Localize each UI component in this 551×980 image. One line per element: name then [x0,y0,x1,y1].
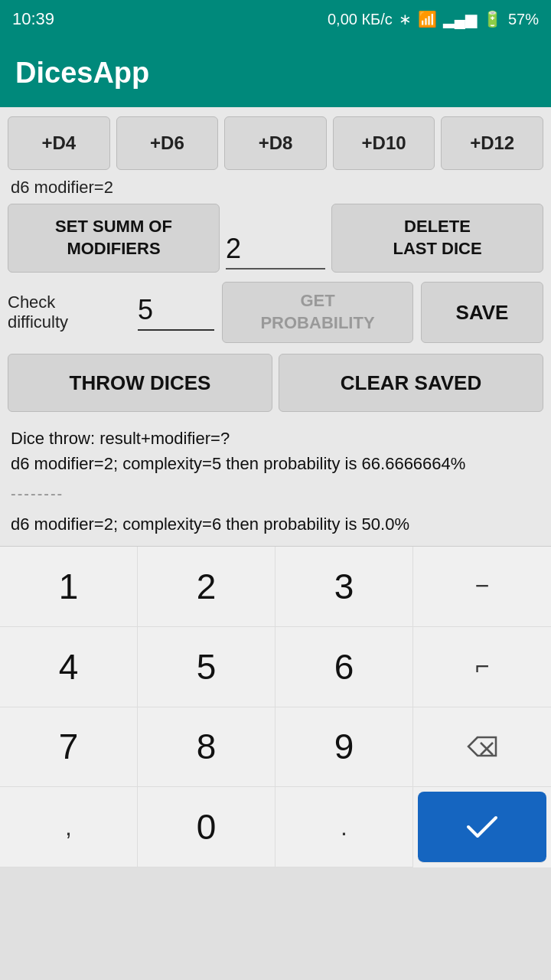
main-content: +D4 +D6 +D8 +D10 +D12 d6 modifier=2 SET … [0,107,551,546]
numpad-minus[interactable]: − [413,547,551,627]
modifier-input[interactable] [226,233,325,265]
bluetooth-icon: ∗ [399,10,412,28]
numpad-4[interactable]: 4 [0,627,138,707]
app-title: DicesApp [15,57,149,90]
numpad-3[interactable]: 3 [276,547,413,627]
get-probability-button[interactable]: GETPROBABILITY [222,282,413,343]
set-summ-row: SET SUMM OFMODIFIERS DELETELAST DICE [8,204,543,273]
result-line1: Dice throw: result+modifier=? [11,426,540,451]
numpad-8[interactable]: 8 [138,707,276,788]
result-line2: d6 modifier=2; complexity=5 then probabi… [11,451,540,476]
modifier-label: d6 modifier=2 [8,178,543,198]
difficulty-input-wrap [138,294,214,331]
numpad-0[interactable]: 0 [138,787,276,867]
set-summ-button[interactable]: SET SUMM OFMODIFIERS [8,204,220,273]
numpad-comma[interactable]: , [0,787,138,867]
result-divider: -------- [11,482,540,505]
wifi-icon: 📶 [418,10,437,28]
result-line3: d6 modifier=2; complexity=6 then probabi… [11,511,540,537]
save-button[interactable]: SAVE [421,282,543,343]
status-right: 0,00 КБ/с ∗ 📶 ▂▄▆ 🔋 57% [328,10,539,28]
clear-saved-button[interactable]: CLEAR SAVED [279,354,543,412]
network-speed: 0,00 КБ/с [328,11,393,28]
status-bar: 10:39 0,00 КБ/с ∗ 📶 ▂▄▆ 🔋 57% [0,0,551,38]
numpad-backspace[interactable] [413,707,551,788]
battery-percent: 57% [508,11,539,28]
numpad-1[interactable]: 1 [0,547,138,627]
d6-button[interactable]: +D6 [116,116,219,170]
delete-last-dice-button[interactable]: DELETELAST DICE [331,204,543,273]
action-row: THROW DICES CLEAR SAVED [8,354,543,412]
throw-dices-button[interactable]: THROW DICES [8,354,272,412]
numpad-9[interactable]: 9 [276,707,413,788]
numpad-6[interactable]: 6 [276,627,413,707]
numpad: 1 2 3 − 4 5 6 ⌐ 7 8 9 , 0 . [0,546,551,867]
d8-button[interactable]: +D8 [224,116,327,170]
modifier-input-wrap [226,204,325,270]
numpad-7[interactable]: 7 [0,707,138,788]
signal-icon: ▂▄▆ [443,10,477,28]
check-difficulty-label: Checkdifficulty [8,292,130,333]
d4-button[interactable]: +D4 [8,116,110,170]
numpad-2[interactable]: 2 [138,547,276,627]
d10-button[interactable]: +D10 [333,116,435,170]
status-time: 10:39 [12,9,54,29]
results-area: Dice throw: result+modifier=? d6 modifie… [8,421,543,546]
battery-icon: 🔋 [483,10,502,28]
difficulty-input[interactable] [138,294,214,326]
app-bar: DicesApp [0,38,551,107]
numpad-dot[interactable]: . [276,787,413,867]
dice-button-row: +D4 +D6 +D8 +D10 +D12 [8,116,543,170]
numpad-tab[interactable]: ⌐ [413,627,551,707]
numpad-5[interactable]: 5 [138,627,276,707]
d12-button[interactable]: +D12 [441,116,543,170]
numpad-confirm[interactable] [418,792,546,863]
check-difficulty-row: Checkdifficulty GETPROBABILITY SAVE [8,282,543,343]
